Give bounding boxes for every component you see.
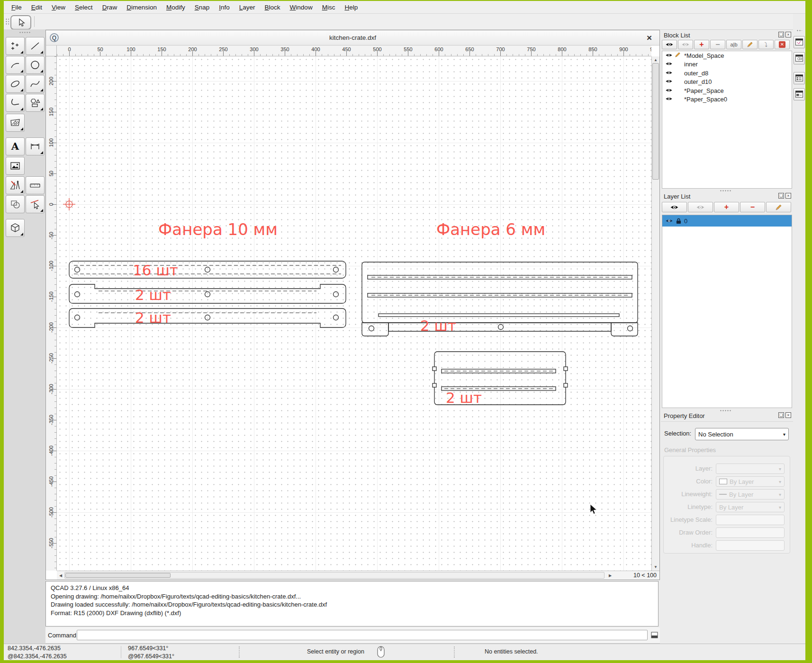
menu-item[interactable]: Draw: [98, 4, 122, 11]
document-title-bar[interactable]: Q kitchen-crate.dxf ×: [46, 30, 659, 45]
library-browser-toggle-button[interactable]: [794, 52, 805, 64]
add-layer-button[interactable]: +: [714, 202, 739, 212]
projection-tool-button[interactable]: [6, 219, 25, 237]
menu-item[interactable]: Block: [260, 4, 285, 11]
shape-tool-button[interactable]: [26, 94, 45, 112]
block-list-row[interactable]: *Paper_Space: [662, 86, 792, 95]
panel-splitter[interactable]: [720, 409, 732, 411]
menu-item[interactable]: Snap: [190, 4, 215, 11]
panel-splitter[interactable]: [720, 190, 732, 191]
menu-item[interactable]: Info: [214, 4, 235, 11]
h-ruler-label: 300: [239, 45, 270, 52]
drawing-canvas[interactable]: Фанера 10 мм Фанера 6 мм 16 шт 2 шт 2 шт…: [57, 56, 651, 571]
menu-item[interactable]: Select: [70, 4, 98, 11]
strip-grip[interactable]: [796, 29, 802, 32]
vertical-scrollbar[interactable]: ▲ ▼: [651, 56, 659, 571]
close-document-icon[interactable]: ×: [647, 33, 652, 42]
close-panel-icon[interactable]: ×: [785, 32, 791, 37]
vertical-scrollbar-thumb[interactable]: [652, 63, 659, 180]
layer-list-toggle-button[interactable]: [794, 72, 805, 84]
layer-visible-eye-icon[interactable]: [665, 218, 673, 224]
block-visible-eye-icon[interactable]: [665, 96, 675, 103]
horizontal-scrollbar-thumb[interactable]: [65, 573, 171, 578]
block-list-row[interactable]: *Model_Space: [662, 51, 792, 60]
rename-block-button[interactable]: a|b: [726, 40, 741, 49]
h-ruler-label: 200: [177, 45, 208, 52]
menu-item[interactable]: Layer: [235, 4, 260, 11]
modify-tool-button[interactable]: [6, 195, 25, 213]
text-tool-button[interactable]: A: [6, 137, 25, 155]
ellipse-tool-button[interactable]: [6, 75, 25, 93]
panel-icon: [795, 74, 803, 82]
show-all-layers-button[interactable]: [662, 202, 687, 212]
menu-item[interactable]: File: [7, 4, 27, 11]
layer-list[interactable]: 0: [662, 215, 792, 408]
float-panel-icon[interactable]: ❏: [778, 32, 784, 37]
block-visible-eye-icon[interactable]: [665, 78, 675, 85]
chevron-down-icon: ▾: [779, 466, 781, 472]
block-list-toggle-button[interactable]: [794, 36, 805, 48]
hatch-tool-button[interactable]: [6, 114, 25, 132]
selection-tool-button[interactable]: [10, 15, 31, 30]
misc-draw-tools-button[interactable]: [6, 176, 25, 194]
hide-all-blocks-button[interactable]: [678, 40, 693, 49]
palette-grip[interactable]: [19, 31, 31, 34]
block-name: outer_d10: [684, 78, 712, 85]
scroll-right-icon[interactable]: ▶: [607, 573, 613, 578]
horizontal-scrollbar[interactable]: ◀ ▶ 10 < 100: [57, 571, 659, 580]
block-list-row[interactable]: *Paper_Space0: [662, 95, 792, 104]
block-visible-eye-icon[interactable]: [665, 87, 675, 94]
edit-block-button[interactable]: [742, 40, 758, 49]
menu-item[interactable]: View: [47, 4, 70, 11]
image-tool-button[interactable]: [6, 157, 25, 175]
float-panel-icon[interactable]: ❏: [778, 412, 784, 418]
polyline-tool-button[interactable]: [6, 94, 25, 112]
remove-block-button[interactable]: −: [710, 40, 725, 49]
command-line-toggle-button[interactable]: [794, 88, 805, 100]
layer-lock-icon[interactable]: [676, 218, 681, 224]
circle-tool-button[interactable]: [26, 56, 45, 74]
add-block-button[interactable]: +: [694, 40, 709, 49]
message-history[interactable]: QCAD 3.27.6 / Linux x86_64Opening drawin…: [45, 581, 659, 627]
block-list-row[interactable]: outer_d8: [662, 69, 792, 78]
close-panel-icon[interactable]: ×: [785, 412, 791, 418]
line-tool-button[interactable]: [26, 37, 45, 55]
horizontal-scrollbar-groove[interactable]: [64, 572, 604, 579]
menu-item[interactable]: Modify: [162, 4, 190, 11]
command-input[interactable]: [77, 630, 648, 640]
block-list[interactable]: *Model_Space inner outer_d8: [662, 51, 792, 189]
block-visible-eye-icon[interactable]: [665, 61, 675, 68]
float-panel-icon[interactable]: ❏: [778, 193, 784, 199]
show-all-blocks-button[interactable]: [662, 40, 677, 49]
insert-block-button[interactable]: ⤵: [758, 40, 774, 49]
scroll-down-icon[interactable]: ▼: [652, 565, 659, 569]
arc-tool-button[interactable]: [6, 56, 25, 74]
block-list-row[interactable]: outer_d10: [662, 78, 792, 87]
menu-item[interactable]: Help: [340, 4, 362, 11]
menu-item[interactable]: Window: [285, 4, 317, 11]
scroll-up-icon[interactable]: ▲: [652, 58, 659, 62]
menu-item[interactable]: Dimension: [122, 4, 162, 11]
menu-item[interactable]: Misc: [317, 4, 340, 11]
block-visible-eye-icon[interactable]: [665, 52, 675, 59]
command-options-button[interactable]: [650, 630, 659, 640]
hide-all-layers-button[interactable]: [688, 202, 713, 212]
v-ruler-label: -500: [48, 507, 54, 518]
block-list-row[interactable]: inner: [662, 60, 792, 69]
dimension-tool-button[interactable]: [26, 137, 45, 155]
scroll-left-icon[interactable]: ◀: [58, 573, 63, 578]
point-tool-button[interactable]: [6, 37, 25, 55]
edit-layer-button[interactable]: [766, 202, 791, 212]
block-visible-eye-icon[interactable]: [665, 70, 675, 77]
close-panel-icon[interactable]: ×: [785, 193, 791, 199]
purge-block-button[interactable]: ✕: [775, 40, 790, 49]
menu-item[interactable]: Edit: [27, 4, 47, 11]
spline-tool-button[interactable]: [26, 75, 45, 93]
select-tool-button[interactable]: [26, 195, 45, 213]
layer-row-selected[interactable]: 0: [662, 215, 792, 227]
selection-combobox[interactable]: No Selection ▾: [695, 428, 789, 440]
toolbar-grip[interactable]: [5, 18, 9, 26]
remove-layer-button[interactable]: −: [740, 202, 765, 212]
color-field-label: Color:: [664, 478, 713, 485]
measure-tool-button[interactable]: [26, 176, 45, 194]
